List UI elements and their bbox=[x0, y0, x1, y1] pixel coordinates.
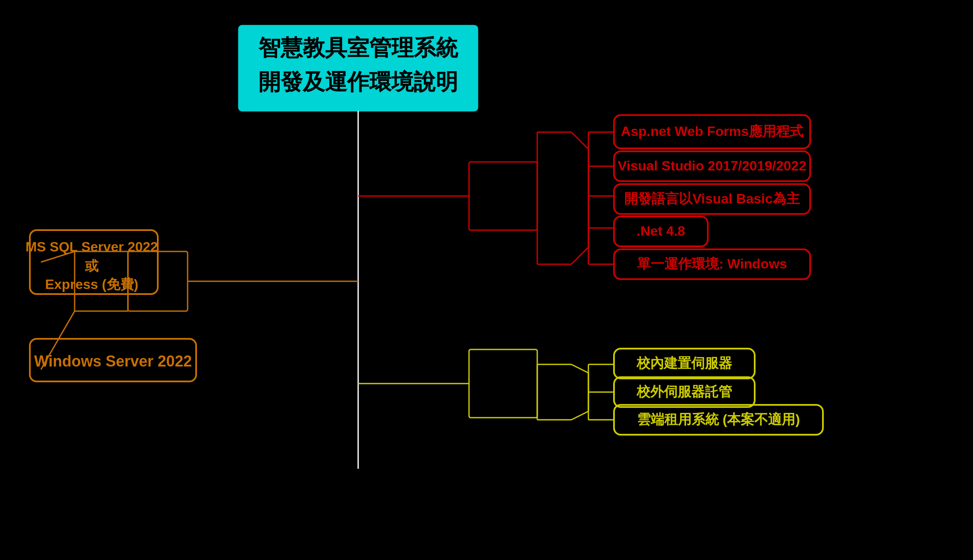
os-label: 單一運作環境: Windows bbox=[637, 256, 787, 271]
aspnet-label: Asp.net Web Forms應用程式 bbox=[621, 124, 804, 139]
title-line1: 智慧教具室管理系統 bbox=[258, 35, 458, 60]
cloud-label: 雲端租用系統 (本案不適用) bbox=[637, 411, 800, 427]
hosted-label: 校外伺服器託管 bbox=[636, 384, 732, 399]
inschool-label: 校內建置伺服器 bbox=[636, 355, 733, 371]
title-line2: 開發及運作環境說明 bbox=[258, 69, 458, 94]
sql-line3: Express (免費) bbox=[45, 277, 139, 292]
sql-line2: 或 bbox=[84, 258, 99, 274]
svg-rect-0 bbox=[0, 0, 973, 560]
sql-line1: MS SQL Server 2022 bbox=[26, 239, 158, 254]
dotnet-label: .Net 4.8 bbox=[637, 223, 685, 239]
windows-server-label: Windows Server 2022 bbox=[34, 352, 192, 370]
vb-label: 開發語言以Visual Basic為主 bbox=[624, 191, 800, 206]
vs-label: Visual Studio 2017/2019/2022 bbox=[618, 158, 806, 173]
